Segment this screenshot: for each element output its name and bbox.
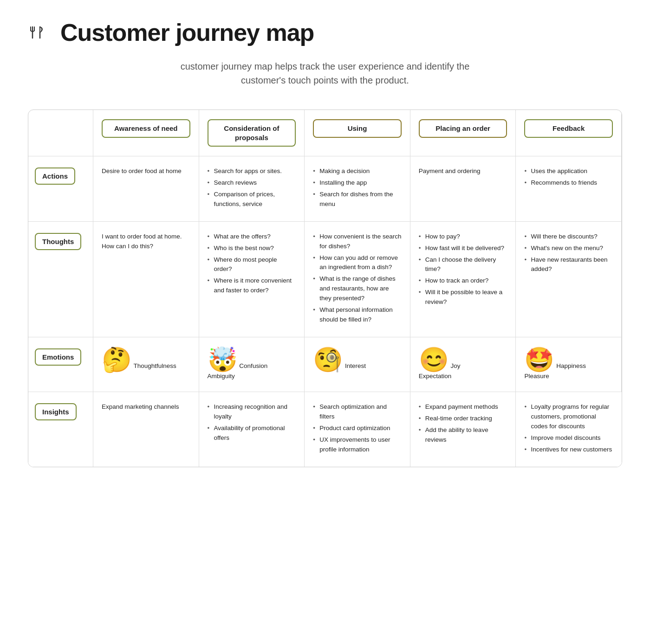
actions-cell-4: Uses the application Recommends to frien… bbox=[516, 156, 622, 222]
actions-label-cell: Actions bbox=[28, 156, 93, 222]
list-item: Making a decision bbox=[313, 167, 402, 176]
list-item: How convenient is the search for dishes? bbox=[313, 232, 402, 251]
list-item: Product card optimization bbox=[313, 424, 402, 433]
list-item: How can you add or remove an ingredient … bbox=[313, 253, 402, 273]
stage-header-4: Feedback bbox=[516, 110, 622, 156]
fork-knife-icon bbox=[28, 25, 52, 40]
actions-list-2: Making a decision Installing the app Sea… bbox=[313, 167, 402, 209]
list-item: Add the ability to leave reviews bbox=[419, 425, 507, 445]
thoughts-list-3: How to pay? How fast will it be delivere… bbox=[419, 232, 507, 307]
stage-label-3: Placing an order bbox=[419, 119, 507, 138]
emotions-cell-3: 😊 JoyExpectation bbox=[410, 337, 516, 392]
emotions-label: Emotions bbox=[35, 348, 81, 366]
list-item: Uses the application bbox=[524, 167, 613, 176]
emotion-emoji-1: 🤯 bbox=[208, 346, 238, 373]
list-item: Search for apps or sites. bbox=[208, 167, 296, 176]
insights-cell-0: Expand marketing channels bbox=[93, 392, 199, 467]
journey-map-grid: Awareness of need Consideration of propo… bbox=[28, 109, 622, 467]
emotions-cell-1: 🤯 ConfusionAmbiguity bbox=[199, 337, 305, 392]
thoughts-list-2: How convenient is the search for dishes?… bbox=[313, 232, 402, 325]
actions-cell-2: Making a decision Installing the app Sea… bbox=[305, 156, 410, 222]
actions-cell-1: Search for apps or sites. Search reviews… bbox=[199, 156, 305, 222]
thoughts-label-cell: Thoughts bbox=[28, 222, 93, 337]
list-item: Real-time order tracking bbox=[419, 414, 507, 424]
actions-list-1: Search for apps or sites. Search reviews… bbox=[208, 167, 296, 209]
insights-cell-1: Increasing recognition and loyalty Avail… bbox=[199, 392, 305, 467]
list-item: Incentives for new customers bbox=[524, 445, 613, 455]
list-item: Where do most people order? bbox=[208, 255, 296, 275]
thoughts-cell-0: I want to order food at home. How can I … bbox=[93, 222, 199, 337]
thoughts-cell-1: What are the offers? Who is the best now… bbox=[199, 222, 305, 337]
insights-cell-4: Loyalty programs for regular customers, … bbox=[516, 392, 622, 467]
list-item: Search for dishes from the menu bbox=[313, 190, 402, 209]
actions-list-4: Uses the application Recommends to frien… bbox=[524, 167, 613, 188]
list-item: What is the range of dishes and restaura… bbox=[313, 274, 402, 303]
list-item: Who is the best now? bbox=[208, 244, 296, 253]
list-item: What personal information should be fill… bbox=[313, 305, 402, 325]
list-item: Recommends to friends bbox=[524, 178, 613, 188]
list-item: How fast will it be delivered? bbox=[419, 244, 507, 253]
actions-text-3: Payment and ordering bbox=[419, 167, 481, 174]
stage-label-2: Using bbox=[313, 119, 402, 138]
emotions-cell-2: 🧐 Interest bbox=[305, 337, 410, 392]
insights-label: Insights bbox=[35, 403, 77, 420]
list-item: Search optimization and filters bbox=[313, 402, 402, 422]
list-item: Installing the app bbox=[313, 178, 402, 188]
header-empty-cell bbox=[28, 110, 93, 156]
insights-list-3: Expand payment methods Real-time order t… bbox=[419, 402, 507, 445]
insights-label-cell: Insights bbox=[28, 392, 93, 467]
emotion-emoji-4: 🤩 bbox=[524, 346, 554, 373]
insights-cell-2: Search optimization and filters Product … bbox=[305, 392, 410, 467]
list-item: How to pay? bbox=[419, 232, 507, 242]
emotion-emoji-2: 🧐 bbox=[313, 346, 343, 373]
stage-header-2: Using bbox=[305, 110, 410, 156]
actions-label: Actions bbox=[35, 167, 75, 185]
insights-list-2: Search optimization and filters Product … bbox=[313, 402, 402, 455]
emotions-label-cell: Emotions bbox=[28, 337, 93, 392]
emotion-emoji-3: 😊 bbox=[419, 346, 449, 373]
stage-header-1: Consideration of proposals bbox=[199, 110, 305, 156]
emotions-cell-4: 🤩 HappinessPleasure bbox=[516, 337, 622, 392]
emotion-label-0: Thoughtfulness bbox=[134, 362, 176, 369]
list-item: UX improvements to user profile informat… bbox=[313, 435, 402, 455]
list-item: Search reviews bbox=[208, 178, 296, 188]
insights-list-1: Increasing recognition and loyalty Avail… bbox=[208, 402, 296, 443]
stage-header-3: Placing an order bbox=[410, 110, 516, 156]
page-title: Customer journey map bbox=[60, 19, 314, 46]
list-item: Will it be possible to leave a review? bbox=[419, 288, 507, 307]
insights-cell-3: Expand payment methods Real-time order t… bbox=[410, 392, 516, 467]
list-item: Loyalty programs for regular customers, … bbox=[524, 402, 613, 431]
list-item: Where is it more convenient and faster t… bbox=[208, 276, 296, 296]
list-item: Comparison of prices, functions, service bbox=[208, 190, 296, 209]
emotion-label-2: Interest bbox=[345, 362, 366, 369]
list-item: How to track an order? bbox=[419, 276, 507, 286]
thoughts-cell-4: Will there be discounts? What's new on t… bbox=[516, 222, 622, 337]
header-area: Customer journey map bbox=[28, 19, 622, 46]
list-item: Have new restaurants been added? bbox=[524, 255, 613, 275]
thoughts-cell-2: How convenient is the search for dishes?… bbox=[305, 222, 410, 337]
thoughts-list-1: What are the offers? Who is the best now… bbox=[208, 232, 296, 296]
stage-header-0: Awareness of need bbox=[93, 110, 199, 156]
thoughts-cell-3: How to pay? How fast will it be delivere… bbox=[410, 222, 516, 337]
list-item: Will there be discounts? bbox=[524, 232, 613, 242]
thoughts-list-4: Will there be discounts? What's new on t… bbox=[524, 232, 613, 275]
actions-cell-3: Payment and ordering bbox=[410, 156, 516, 222]
list-item: What's new on the menu? bbox=[524, 244, 613, 253]
stage-label-4: Feedback bbox=[524, 119, 613, 138]
actions-cell-0: Desire to order food at home bbox=[93, 156, 199, 222]
list-item: What are the offers? bbox=[208, 232, 296, 242]
emotion-emoji-0: 🤔 bbox=[102, 346, 132, 373]
list-item: Availability of promotional offers bbox=[208, 424, 296, 443]
insights-list-4: Loyalty programs for regular customers, … bbox=[524, 402, 613, 455]
list-item: Expand payment methods bbox=[419, 402, 507, 412]
actions-text-0: Desire to order food at home bbox=[102, 167, 182, 174]
thoughts-text-0: I want to order food at home. How can I … bbox=[102, 233, 182, 250]
emotions-cell-0: 🤔 Thoughtfulness bbox=[93, 337, 199, 392]
list-item: Improve model discounts bbox=[524, 433, 613, 443]
stage-label-1: Consideration of proposals bbox=[208, 119, 296, 147]
list-item: Increasing recognition and loyalty bbox=[208, 402, 296, 422]
thoughts-label: Thoughts bbox=[35, 233, 81, 250]
insights-text-0: Expand marketing channels bbox=[102, 403, 179, 410]
stage-label-0: Awareness of need bbox=[102, 119, 190, 138]
list-item: Can I choose the delivery time? bbox=[419, 255, 507, 275]
